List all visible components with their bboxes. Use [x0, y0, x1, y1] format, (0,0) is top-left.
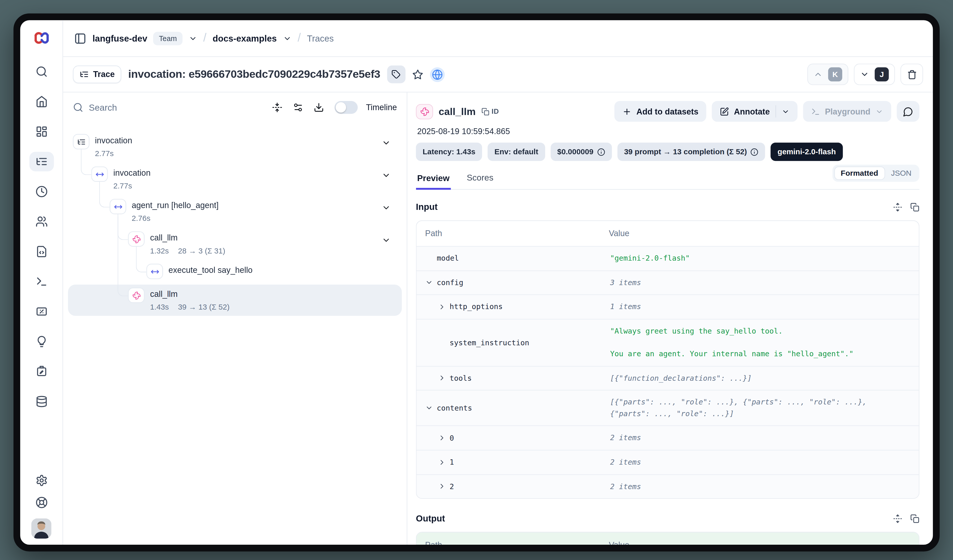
- metric-badge[interactable]: Env: default: [488, 142, 545, 161]
- path-cell: config: [425, 278, 609, 287]
- chevron-down-icon[interactable]: [283, 34, 292, 43]
- expand-vertical-icon[interactable]: [893, 202, 902, 211]
- tab[interactable]: Preview: [416, 170, 451, 190]
- download-icon[interactable]: [314, 102, 324, 113]
- home-icon[interactable]: [35, 95, 48, 108]
- row-chevron-icon[interactable]: [438, 434, 446, 442]
- row-chevron-icon[interactable]: [438, 303, 446, 311]
- chevron-down-icon: [875, 107, 883, 115]
- path-cell: tools: [425, 374, 609, 382]
- trace-header: Trace invocation: e59666703bedc7090229c4…: [63, 57, 933, 92]
- delete-trace-button[interactable]: [900, 64, 923, 85]
- users-icon[interactable]: [35, 215, 48, 228]
- observation-timestamp: 2025-08-19 10:59:54.865: [417, 127, 919, 136]
- next-trace-button[interactable]: J: [854, 64, 895, 85]
- search-icon[interactable]: [35, 65, 48, 78]
- collapse-chevron-icon[interactable]: [382, 171, 391, 180]
- star-icon[interactable]: [412, 69, 423, 80]
- breadcrumb: langfuse-dev Team / docs-examples / Trac…: [63, 20, 933, 57]
- plus-icon: [622, 107, 632, 116]
- metric-badge[interactable]: 39 prompt → 13 completion (Σ 52): [618, 142, 765, 161]
- chevron-down-icon[interactable]: [189, 34, 197, 43]
- tree-row[interactable]: invocation 2.77s: [68, 131, 402, 162]
- table-row[interactable]: config 3 items: [416, 270, 919, 294]
- metric-badge[interactable]: gemini-2.0-flash: [771, 142, 843, 161]
- chevron-down-icon[interactable]: [781, 107, 789, 115]
- search-box[interactable]: [73, 102, 262, 113]
- row-chevron-icon[interactable]: [425, 404, 433, 412]
- table-row[interactable]: 2 2 items: [416, 474, 919, 498]
- path-text: 2: [450, 482, 454, 491]
- copy-icon[interactable]: [910, 202, 919, 211]
- tree-row[interactable]: invocation 2.77s: [68, 164, 402, 195]
- format-formatted-option[interactable]: Formatted: [834, 167, 885, 180]
- user-avatar[interactable]: [31, 518, 51, 538]
- metric-badge[interactable]: Latency: 1.43s: [416, 142, 483, 161]
- playground-button[interactable]: Playground: [803, 101, 891, 122]
- table-row[interactable]: contents [{"parts": ..., "role": ...}, {…: [416, 390, 919, 425]
- sidebar-bottom: [31, 474, 51, 538]
- add-to-datasets-button[interactable]: Add to datasets: [614, 101, 706, 122]
- tag-icon[interactable]: [387, 65, 405, 84]
- tree-settings-icon[interactable]: [293, 102, 303, 113]
- comments-button[interactable]: [897, 101, 920, 122]
- table-row[interactable]: model "gemini-2.0-flash": [416, 246, 919, 270]
- collapse-chevron-icon[interactable]: [382, 203, 391, 212]
- playground-terminal-icon[interactable]: [35, 275, 48, 288]
- prompts-file-icon[interactable]: [35, 245, 48, 258]
- lightbulb-icon[interactable]: [35, 335, 48, 348]
- expand-vertical-icon[interactable]: [893, 514, 902, 523]
- annotate-button[interactable]: Annotate: [712, 101, 797, 122]
- search-input[interactable]: [89, 102, 162, 112]
- annotation-clipboard-icon[interactable]: [35, 365, 48, 377]
- table-header: Path Value: [416, 532, 919, 545]
- copy-id-button[interactable]: ID: [481, 107, 499, 115]
- dashboard-icon[interactable]: [35, 125, 48, 138]
- row-chevron-icon[interactable]: [438, 374, 446, 382]
- input-section-header: Input: [416, 196, 920, 218]
- settings-gear-icon[interactable]: [35, 474, 48, 487]
- collapse-all-icon[interactable]: [272, 102, 283, 113]
- table-row[interactable]: system_instruction "Always greet using t…: [416, 319, 919, 366]
- observation-duration: 2.77s: [95, 149, 113, 158]
- observation-label: call_llm: [150, 231, 225, 242]
- metric-badge[interactable]: $0.000009: [551, 142, 612, 161]
- io-preview[interactable]: Input Path Value: [416, 190, 920, 545]
- support-lifebuoy-icon[interactable]: [35, 496, 48, 509]
- tree-row-text: execute_tool say_hello: [168, 264, 253, 279]
- format-json-option[interactable]: JSON: [885, 167, 917, 180]
- copy-icon[interactable]: [910, 514, 919, 523]
- observation-type-icon: [146, 264, 163, 279]
- table-row[interactable]: 1 2 items: [416, 450, 919, 474]
- public-globe-icon[interactable]: [430, 67, 445, 82]
- prev-trace-button[interactable]: K: [807, 64, 848, 85]
- table-row[interactable]: tools [{"function_declarations": ...}]: [416, 366, 919, 390]
- row-chevron-icon[interactable]: [425, 279, 433, 287]
- row-chevron-icon[interactable]: [438, 483, 446, 490]
- observation-type-icon: [110, 199, 126, 214]
- tree-row-text: agent_run [hello_agent] 2.76s: [132, 199, 219, 223]
- timeline-toggle[interactable]: [335, 101, 358, 114]
- observation-metrics: 1.32s 28 → 3 (Σ 31): [150, 247, 225, 255]
- path-cell: http_options: [425, 303, 609, 311]
- sessions-clock-icon[interactable]: [35, 186, 48, 198]
- breadcrumb-project[interactable]: docs-examples: [213, 33, 277, 43]
- scores-card-icon[interactable]: [35, 305, 48, 318]
- tree-row[interactable]: call_llm 1.43s 39 → 13 (Σ 52): [68, 285, 402, 316]
- sidebar-toggle-icon[interactable]: [74, 32, 86, 44]
- breadcrumb-page[interactable]: Traces: [307, 33, 334, 43]
- observation-type-icon: [128, 231, 145, 247]
- table-row[interactable]: http_options 1 items: [416, 294, 919, 319]
- observation-type-icon: [128, 288, 145, 303]
- comment-bubble-icon: [903, 106, 913, 116]
- collapse-chevron-icon[interactable]: [382, 138, 391, 147]
- tab[interactable]: Scores: [466, 169, 495, 189]
- breadcrumb-org[interactable]: langfuse-dev: [92, 33, 147, 43]
- row-chevron-icon[interactable]: [438, 458, 446, 466]
- table-row[interactable]: 0 2 items: [416, 425, 919, 450]
- collapse-chevron-icon[interactable]: [382, 236, 391, 245]
- format-toggle: Formatted JSON: [832, 165, 919, 182]
- value-cell: 2 items: [609, 481, 910, 492]
- datasets-database-icon[interactable]: [35, 395, 48, 407]
- sidebar-item-traces[interactable]: [29, 152, 54, 172]
